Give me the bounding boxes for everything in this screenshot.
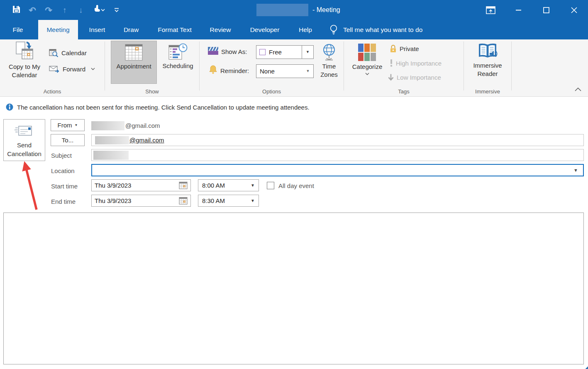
start-date-value: Thu 3/9/2023 xyxy=(95,182,131,189)
end-time-value: 8:30 AM xyxy=(202,197,225,204)
to-button[interactable]: To... xyxy=(51,134,85,146)
start-date-field[interactable]: Thu 3/9/2023 xyxy=(91,179,191,191)
subject-label: Subject xyxy=(51,152,72,159)
globe-icon xyxy=(320,43,338,61)
dropdown-arrow-icon: ▼ xyxy=(251,199,255,203)
undo-button[interactable]: ↶ xyxy=(28,3,37,17)
redacted-from-address xyxy=(91,121,124,130)
maximize-icon xyxy=(543,7,549,13)
dropdown-arrow-icon: ▼ xyxy=(306,69,310,73)
categorize-button[interactable]: Categorize xyxy=(347,41,387,84)
show-as-dropdown[interactable]: Free ▼ xyxy=(256,45,314,59)
customize-quick-access-toolbar-button[interactable] xyxy=(112,3,121,17)
save-icon xyxy=(12,5,20,15)
save-button[interactable] xyxy=(12,3,21,17)
all-day-event-checkbox[interactable] xyxy=(267,182,274,189)
redo-icon: ↷ xyxy=(45,6,52,15)
start-time-value: 8:00 AM xyxy=(202,182,225,189)
show-as-status-icon xyxy=(207,46,219,56)
scheduling-button[interactable]: Scheduling xyxy=(158,41,198,84)
date-picker-icon xyxy=(179,181,188,189)
low-importance-label: Low Importance xyxy=(397,74,441,81)
end-time-field[interactable]: 8:30 AM ▼ xyxy=(198,195,259,207)
from-domain: @gmail.com xyxy=(125,122,160,129)
outlook-meeting-window: ↶ ↷ ↑ ↓ - Meeting xyxy=(0,0,588,369)
redacted-subject xyxy=(93,151,129,160)
show-as-dropdown-button[interactable]: ▼ xyxy=(302,46,313,59)
tab-help[interactable]: Help xyxy=(292,20,319,39)
reminder-label: Reminder: xyxy=(220,67,249,74)
copy-calendar-icon xyxy=(14,41,35,62)
low-importance-button[interactable]: Low Importance xyxy=(388,74,441,81)
tab-review[interactable]: Review xyxy=(204,20,237,39)
redo-button[interactable]: ↷ xyxy=(44,3,53,17)
redacted-meeting-name xyxy=(256,4,308,16)
info-message: The cancellation has not been sent for t… xyxy=(17,104,310,111)
chevron-down-icon xyxy=(91,68,95,71)
dropdown-arrow-icon: ▼ xyxy=(251,183,255,188)
close-icon xyxy=(571,7,577,13)
minimize-button[interactable] xyxy=(505,0,532,20)
chevron-down-icon xyxy=(365,73,369,76)
time-zones-line1: Time xyxy=(322,62,336,71)
start-time-label: Start time xyxy=(51,183,78,190)
to-field[interactable]: @gmail.com xyxy=(91,134,584,146)
tab-developer[interactable]: Developer xyxy=(242,20,287,39)
ribbon-display-options-button[interactable] xyxy=(477,0,505,20)
dropdown-arrow-icon: ▼ xyxy=(306,50,310,54)
collapse-ribbon-button[interactable] xyxy=(575,86,581,93)
tab-file[interactable]: File xyxy=(3,20,32,39)
time-zones-button[interactable]: Time Zones xyxy=(316,41,342,84)
send-cancellation-line2: Cancellation xyxy=(7,149,41,158)
send-cancellation-button[interactable]: Send Cancellation xyxy=(3,119,45,161)
from-button-label: From xyxy=(58,122,72,129)
reminder-dropdown[interactable]: None ▼ xyxy=(256,64,314,78)
move-down-button[interactable]: ↓ xyxy=(76,3,85,17)
ribbon-group-tags: Categorize Private High Importance xyxy=(344,39,464,97)
message-body-editor[interactable] xyxy=(3,213,584,364)
tell-me-search[interactable]: Tell me what you want to do xyxy=(329,20,422,39)
title-bar: ↶ ↷ ↑ ↓ - Meeting xyxy=(0,0,588,20)
minimize-icon xyxy=(516,10,521,11)
maximize-button[interactable] xyxy=(532,0,560,20)
calendar-button[interactable]: Calendar xyxy=(49,49,87,57)
appointment-button[interactable]: Appointment xyxy=(111,41,157,84)
private-button[interactable]: Private xyxy=(390,44,419,53)
tab-insert[interactable]: Insert xyxy=(83,20,111,39)
window-title: - Meeting xyxy=(256,0,340,20)
info-bar: The cancellation has not been sent for t… xyxy=(0,97,588,117)
tab-format-text[interactable]: Format Text xyxy=(150,20,199,39)
from-button[interactable]: From ▼ xyxy=(51,119,85,131)
resize-grip[interactable] xyxy=(584,365,588,369)
forward-button[interactable]: Forward xyxy=(49,65,95,73)
end-time-label: End time xyxy=(51,198,76,205)
subject-field[interactable] xyxy=(91,149,584,161)
immersive-reader-icon xyxy=(478,43,498,60)
redacted-to-address xyxy=(95,136,129,144)
touch-mouse-mode-button[interactable] xyxy=(93,3,105,17)
actions-group-label: Actions xyxy=(0,88,105,95)
window-title-suffix: - Meeting xyxy=(312,6,340,14)
tab-meeting[interactable]: Meeting xyxy=(38,20,78,39)
show-group-label: Show xyxy=(105,88,199,95)
copy-label-line1: Copy to My xyxy=(9,63,40,71)
appointment-label: Appointment xyxy=(116,62,151,71)
location-field[interactable]: ▼ xyxy=(91,164,584,176)
tell-me-label: Tell me what you want to do xyxy=(343,26,422,34)
annotation-arrow xyxy=(14,157,44,212)
reminder-bell-icon xyxy=(209,65,217,74)
immersive-reader-button[interactable]: Immersive Reader xyxy=(466,41,509,84)
start-time-field[interactable]: 8:00 AM ▼ xyxy=(198,179,259,191)
high-importance-button[interactable]: High Importance xyxy=(390,59,442,67)
close-button[interactable] xyxy=(560,0,588,20)
move-up-button[interactable]: ↑ xyxy=(60,3,69,17)
copy-to-my-calendar-button[interactable]: Copy to My Calendar xyxy=(2,41,47,79)
lightbulb-icon xyxy=(329,24,338,36)
forward-label: Forward xyxy=(63,66,85,73)
end-date-field[interactable]: Thu 3/9/2023 xyxy=(91,195,191,207)
ribbon: Copy to My Calendar Calendar xyxy=(0,39,588,97)
show-as-label: Show As: xyxy=(221,48,247,55)
tab-draw[interactable]: Draw xyxy=(116,20,146,39)
calendar-label: Calendar xyxy=(61,49,87,56)
dropdown-arrow-icon: ▼ xyxy=(75,124,78,127)
